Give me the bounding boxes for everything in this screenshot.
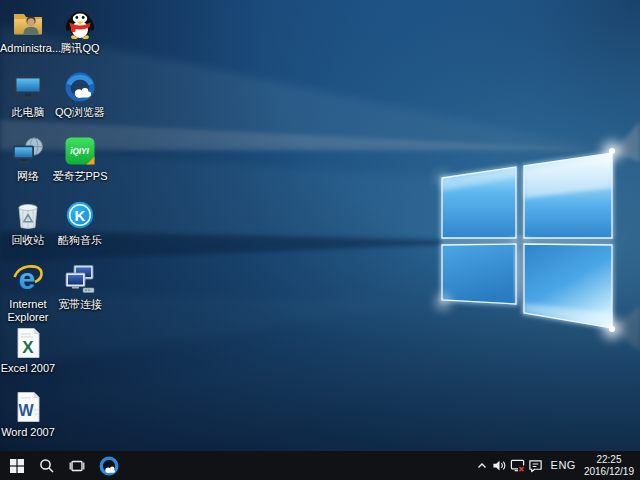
task-view-button[interactable] xyxy=(62,451,92,480)
action-center-button[interactable] xyxy=(527,451,545,480)
svg-text:W: W xyxy=(18,402,34,419)
icon-label: Word 2007 xyxy=(0,426,56,439)
internet-explorer-icon: e xyxy=(11,262,45,296)
icon-label: 此电脑 xyxy=(0,106,56,119)
icon-label: Excel 2007 xyxy=(0,362,56,375)
icon-label: 网络 xyxy=(0,170,56,183)
search-button[interactable] xyxy=(32,451,62,480)
windows-desktop[interactable]: Administra... 此电脑 网络 回收站 xyxy=(0,0,640,480)
network-status-button[interactable] xyxy=(509,451,527,480)
user-folder-icon xyxy=(11,6,45,40)
svg-text:iQIYI: iQIYI xyxy=(70,147,89,156)
clock-date: 2016/12/19 xyxy=(584,466,634,478)
network-globe-monitor-icon xyxy=(11,134,45,168)
computer-monitor-icon xyxy=(11,70,45,104)
speaker-icon xyxy=(492,458,507,473)
desktop-icon-broadband-connection[interactable]: 宽带连接 xyxy=(52,262,108,311)
desktop-icon-word-2007[interactable]: W Word 2007 xyxy=(0,390,56,439)
word-document-icon: W xyxy=(11,390,45,424)
chevron-up-icon xyxy=(476,460,488,472)
start-button[interactable] xyxy=(2,451,32,480)
desktop-icon-this-pc[interactable]: 此电脑 xyxy=(0,70,56,119)
icon-label: 回收站 xyxy=(0,234,56,247)
network-disconnected-icon xyxy=(510,458,525,473)
svg-text:K: K xyxy=(75,207,86,224)
volume-button[interactable] xyxy=(491,451,509,480)
recycle-bin-icon xyxy=(11,198,45,232)
qq-browser-icon xyxy=(98,455,120,477)
icon-label: 宽带连接 xyxy=(52,298,108,311)
search-icon xyxy=(39,458,55,474)
desktop-icon-recycle-bin[interactable]: 回收站 xyxy=(0,198,56,247)
clock-time: 22:25 xyxy=(584,454,634,466)
excel-document-icon: X xyxy=(11,326,45,360)
kugou-music-icon: K xyxy=(63,198,97,232)
action-center-icon xyxy=(528,458,543,473)
desktop-icon-kugou-music[interactable]: K 酷狗音乐 xyxy=(52,198,108,247)
qq-browser-icon xyxy=(63,70,97,104)
broadband-connection-icon xyxy=(63,262,97,296)
desktop-icon-network[interactable]: 网络 xyxy=(0,134,56,183)
desktop-icon-tencent-qq[interactable]: 腾讯QQ xyxy=(52,6,108,55)
hidden-icons-chevron[interactable] xyxy=(473,451,491,480)
icon-label: 酷狗音乐 xyxy=(52,234,108,247)
icon-label: QQ浏览器 xyxy=(52,106,108,119)
windows-logo-icon xyxy=(9,458,25,474)
desktop-icon-internet-explorer[interactable]: e Internet Explorer xyxy=(0,262,56,324)
desktop-icon-excel-2007[interactable]: X Excel 2007 xyxy=(0,326,56,375)
qq-penguin-icon xyxy=(63,6,97,40)
qq-browser-taskbar-button[interactable] xyxy=(92,451,126,480)
icon-label: 腾讯QQ xyxy=(52,42,108,55)
desktop-icon-administrator[interactable]: Administra... xyxy=(0,6,56,55)
icon-label: Administra... xyxy=(0,42,56,55)
clock[interactable]: 22:25 2016/12/19 xyxy=(582,454,640,478)
taskbar: ENG 22:25 2016/12/19 xyxy=(0,451,640,480)
icon-label: Internet Explorer xyxy=(0,298,56,324)
desktop-icon-qq-browser[interactable]: QQ浏览器 xyxy=(52,70,108,119)
desktop-icon-iqiyi-pps[interactable]: iQIYI 爱奇艺PPS xyxy=(52,134,108,183)
language-indicator[interactable]: ENG xyxy=(545,451,582,480)
task-view-icon xyxy=(69,458,85,474)
svg-text:X: X xyxy=(22,338,34,357)
icon-label: 爱奇艺PPS xyxy=(52,170,108,183)
system-tray: ENG 22:25 2016/12/19 xyxy=(473,451,640,480)
iqiyi-pps-icon: iQIYI xyxy=(63,134,97,168)
